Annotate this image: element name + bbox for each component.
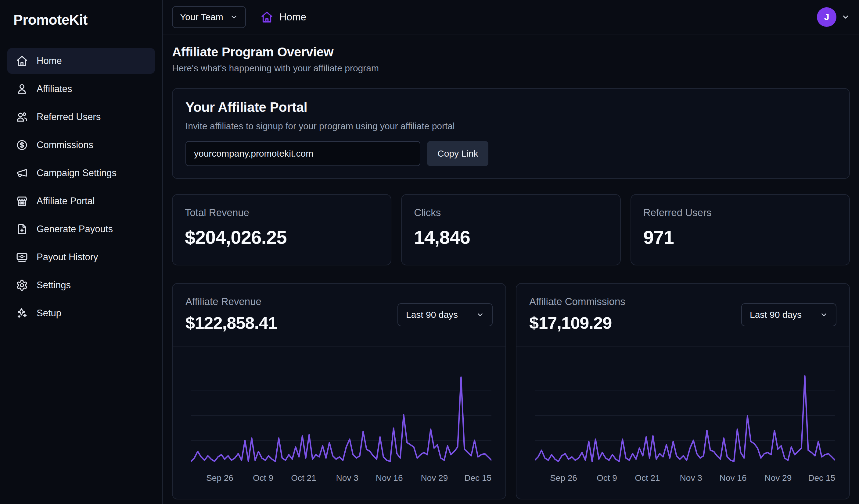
topbar-user-menu: J (817, 7, 850, 27)
app-logo: PromoteKit (7, 12, 155, 28)
commissions-line-chart (535, 352, 835, 465)
sidebar-item-generate-payouts[interactable]: Generate Payouts (7, 216, 155, 242)
topbar: Your Team Home J (163, 0, 859, 34)
sidebar-item-home[interactable]: Home (7, 48, 155, 74)
sidebar-item-label: Generate Payouts (36, 224, 113, 235)
stat-card-total-revenue: Total Revenue $204,026.25 (172, 194, 391, 265)
x-axis-label: Nov 29 (765, 473, 792, 483)
stat-value: 14,846 (414, 226, 608, 248)
page-subtitle: Here's what's happening with your affili… (172, 63, 850, 74)
x-axis-label: Nov 16 (720, 473, 747, 483)
x-axis-label: Sep 26 (206, 473, 233, 483)
x-axis-label: Oct 21 (635, 473, 660, 483)
file-plus-icon (16, 223, 28, 235)
sparkles-icon (16, 307, 28, 319)
storefront-icon (16, 195, 28, 207)
portal-card-description: Invite affiliates to signup for your pro… (185, 121, 837, 131)
affiliate-revenue-chart-card: Affiliate Revenue $122,858.41 Last 90 da… (172, 283, 506, 500)
sidebar-nav: Home Affiliates Referred Users Commissio… (7, 48, 155, 326)
team-selector-label: Your Team (180, 12, 223, 22)
affiliate-commissions-chart-card: Affiliate Commissions $17,109.29 Last 90… (516, 283, 850, 500)
sidebar: PromoteKit Home Affiliates Referred User… (0, 0, 163, 504)
sidebar-item-referred-users[interactable]: Referred Users (7, 104, 155, 130)
breadcrumb-label: Home (280, 11, 306, 23)
chevron-down-icon (841, 13, 850, 21)
sidebar-item-affiliate-portal[interactable]: Affiliate Portal (7, 188, 155, 214)
stat-label: Clicks (414, 207, 608, 219)
dollar-circle-icon (16, 139, 28, 151)
sidebar-item-label: Referred Users (36, 111, 101, 123)
chart-x-axis: Sep 26Oct 9Oct 21Nov 3Nov 16Nov 29Dec 15 (535, 473, 835, 485)
chart-plot-area (535, 352, 835, 465)
page-content: Affiliate Program Overview Here's what's… (163, 34, 859, 500)
chart-range-select[interactable]: Last 90 days (397, 303, 493, 326)
sidebar-item-setup[interactable]: Setup (7, 300, 155, 326)
sidebar-item-label: Affiliates (36, 83, 72, 94)
page-title: Affiliate Program Overview (172, 45, 850, 59)
x-axis-label: Nov 16 (376, 473, 403, 483)
sidebar-item-label: Home (36, 56, 62, 66)
sidebar-item-label: Settings (36, 280, 71, 291)
chart-range-select[interactable]: Last 90 days (741, 303, 837, 326)
chart-range-label: Last 90 days (406, 310, 458, 320)
chart-header: Affiliate Revenue $122,858.41 Last 90 da… (173, 284, 506, 347)
banknote-icon (16, 251, 28, 263)
stat-card-clicks: Clicks 14,846 (401, 194, 620, 265)
sidebar-item-commissions[interactable]: Commissions (7, 132, 155, 158)
x-axis-label: Oct 21 (291, 473, 316, 483)
sidebar-item-label: Campaign Settings (36, 168, 117, 178)
gear-icon (16, 279, 28, 291)
stat-value: $204,026.25 (185, 226, 379, 248)
portal-card-title: Your Affiliate Portal (185, 100, 837, 115)
megaphone-icon (16, 167, 28, 179)
sidebar-item-campaign-settings[interactable]: Campaign Settings (7, 160, 155, 186)
sidebar-item-label: Commissions (36, 140, 93, 151)
breadcrumb[interactable]: Home (260, 11, 306, 23)
stat-label: Total Revenue (185, 207, 379, 219)
users-icon (16, 111, 28, 123)
copy-link-button[interactable]: Copy Link (427, 141, 488, 166)
x-axis-label: Sep 26 (550, 473, 577, 483)
stat-card-referred-users: Referred Users 971 (631, 194, 850, 265)
portal-url-input[interactable] (185, 141, 420, 166)
x-axis-label: Dec 15 (464, 473, 492, 483)
x-axis-label: Nov 3 (680, 473, 702, 483)
home-icon (260, 11, 273, 23)
chart-x-axis: Sep 26Oct 9Oct 21Nov 3Nov 16Nov 29Dec 15 (191, 473, 492, 485)
revenue-line-chart (191, 352, 492, 465)
team-selector[interactable]: Your Team (172, 6, 246, 28)
sidebar-item-affiliates[interactable]: Affiliates (7, 76, 155, 102)
affiliate-portal-card: Your Affiliate Portal Invite affiliates … (172, 88, 850, 179)
x-axis-label: Oct 9 (597, 473, 617, 483)
charts-row: Affiliate Revenue $122,858.41 Last 90 da… (172, 283, 850, 500)
user-icon (16, 83, 28, 95)
x-axis-label: Dec 15 (808, 473, 835, 483)
x-axis-label: Nov 3 (336, 473, 358, 483)
chart-range-label: Last 90 days (750, 310, 802, 320)
sidebar-item-payout-history[interactable]: Payout History (7, 245, 155, 270)
x-axis-label: Nov 29 (421, 473, 448, 483)
sidebar-item-label: Setup (36, 308, 61, 319)
sidebar-item-label: Payout History (36, 252, 98, 263)
app-root: PromoteKit Home Affiliates Referred User… (0, 0, 859, 504)
x-axis-label: Oct 9 (253, 473, 273, 483)
chart-plot-area (191, 352, 492, 465)
avatar[interactable]: J (817, 7, 837, 27)
user-menu-toggle[interactable] (841, 13, 850, 21)
chart-header: Affiliate Commissions $17,109.29 Last 90… (516, 284, 849, 347)
stat-value: 971 (643, 226, 837, 248)
sidebar-item-settings[interactable]: Settings (7, 272, 155, 298)
stats-row: Total Revenue $204,026.25 Clicks 14,846 … (172, 194, 850, 265)
house-icon (16, 55, 28, 67)
portal-link-row: Copy Link (185, 141, 837, 166)
chevron-down-icon (820, 311, 828, 319)
stat-label: Referred Users (643, 207, 837, 219)
sidebar-item-label: Affiliate Portal (36, 195, 95, 207)
main-area: Your Team Home J Affiliate Program Overv… (163, 0, 859, 504)
chevron-down-icon (230, 13, 238, 21)
chevron-down-icon (476, 311, 484, 319)
